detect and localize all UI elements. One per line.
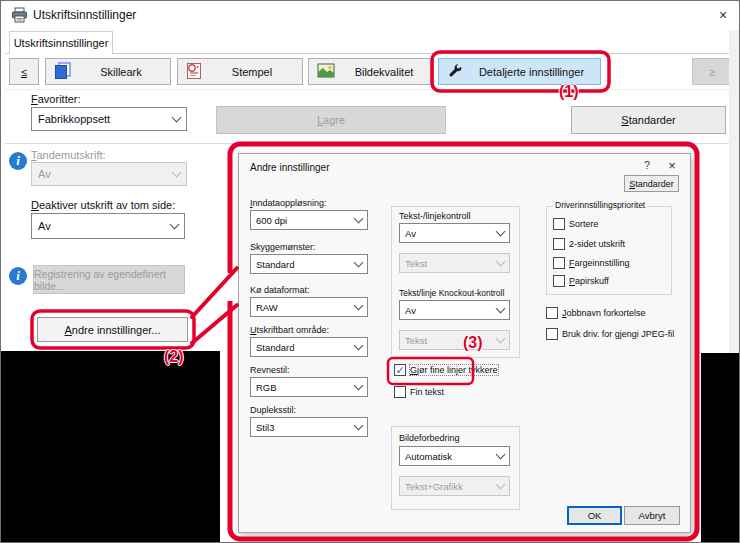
text-control-label: Tekst-/linjekontroll [399,211,471,221]
toolbar-button-label: Detaljerte innstillinger [471,66,592,78]
checkbox-unchecked[interactable] [553,275,565,287]
info-icon: i [9,152,27,170]
chevron-down-icon [354,214,364,224]
two-sided-checkbox[interactable]: 2-sidet utskrift [553,238,625,250]
chevron-down-icon [496,450,506,460]
window-close-button[interactable]: × [711,4,735,25]
toolbar-button-stempel[interactable]: Stempel [177,58,303,85]
save-button[interactable]: Lagre [216,106,446,134]
shade-pattern-combo[interactable]: Standard [250,254,368,274]
stamp-icon [186,62,202,82]
tandem-label: Tandemutskrift: [31,149,106,161]
checkbox-unchecked[interactable] [546,307,558,319]
combo-value: Standard [256,342,295,353]
divider-pages-icon [54,62,72,81]
toolbar-button-skilleark[interactable]: Skilleark [45,58,171,85]
toolbar-button-bildekvalitet[interactable]: Bildekvalitet [308,58,434,85]
color-setting-checkbox[interactable]: Fargeinnstilling [553,257,630,269]
fine-text-checkbox[interactable]: Fin tekst [394,386,444,398]
chevron-down-icon [496,304,506,314]
checkbox-unchecked[interactable] [553,257,565,269]
printable-area-combo[interactable]: Standard [250,337,368,357]
callout-gap [227,273,238,301]
blank-page-combo[interactable]: Av [31,213,185,239]
toolbar-prev-button[interactable]: ≤ [9,58,39,85]
screen-mask-right [701,353,740,543]
defaults-button-main[interactable]: Standarder [571,106,726,134]
field-label: Revnestil: [250,365,290,375]
toolbar-button-detaljerte-innstillinger[interactable]: Detaljerte innstillinger [438,58,601,85]
chevron-down-icon [172,168,182,178]
paper-tray-checkbox[interactable]: Papirskuff [553,275,609,287]
combo-value: Standard [256,259,295,270]
image-enhancement-sub-combo[interactable]: Tekst+Grafikk [399,476,510,496]
input-resolution-combo[interactable]: 600 dpi [250,210,368,230]
dialog-close-button[interactable]: × [663,158,681,175]
chevron-down-icon [172,113,182,123]
separator [5,89,737,90]
duplex-style-combo[interactable]: Stil3 [250,417,368,437]
combo-value: Av [38,220,51,232]
chevron-down-icon [496,334,506,344]
favorites-combo[interactable]: Fabrikkoppsett [31,107,187,131]
knockout-sub-combo[interactable]: Tekst [399,330,510,350]
chevron-down-icon [354,421,364,431]
text-control-sub-combo[interactable]: Tekst [399,253,510,273]
other-settings-button[interactable]: Andre innstillinger... [37,317,188,342]
checkbox-unchecked[interactable] [553,218,565,230]
checkbox-unchecked[interactable] [394,386,406,398]
field-label: Inndataoppløsning: [250,198,327,208]
window-title: Utskriftsinnstillinger [33,8,136,22]
chevron-down-icon [354,341,364,351]
dialog-help-button[interactable]: ? [639,159,655,175]
sort-checkbox[interactable]: Sortere [553,218,599,230]
field-label: Skyggemønster: [250,242,316,252]
combo-value: RAW [256,302,278,313]
info-icon: i [9,267,27,285]
field-label: Dupleksstil: [250,405,296,415]
chevron-down-icon [496,480,506,490]
thicken-fine-lines-checkbox[interactable]: ✓ Gjør fine linjer tykkere [394,364,498,376]
job-name-checkbox[interactable]: Jobbnavn forkortelse [546,307,646,319]
chevron-down-icon [354,381,364,391]
chevron-down-icon [354,301,364,311]
cancel-button[interactable]: Avbryt [624,506,680,525]
screen-mask-left [1,351,220,543]
toolbar-next-button[interactable]: ≥ [692,58,732,85]
tabstrip-line [5,53,733,54]
text-control-combo[interactable]: Av [399,223,510,243]
combo-value: Stil3 [256,422,274,433]
toolbar-button-label: Stempel [210,66,294,78]
checkbox-label: Fargeinnstilling [569,258,630,268]
tab-print-settings[interactable]: Utskriftsinnstillinger [9,31,113,54]
checkbox-label: Sortere [569,219,599,229]
checkbox-checked[interactable]: ✓ [394,364,406,376]
ok-button[interactable]: OK [567,506,622,525]
image-enhancement-combo[interactable]: Automatisk [399,446,510,466]
wrench-icon [447,63,463,81]
combo-value: Fabrikkoppsett [38,113,110,125]
knockout-combo[interactable]: Av [399,300,510,320]
checkbox-unchecked[interactable] [553,238,565,250]
rip-style-combo[interactable]: RGB [250,377,368,397]
print-settings-window: Utskriftsinnstillinger × Utskriftsinnsti… [0,0,740,543]
jpeg-driver-checkbox[interactable]: Bruk driv. for gjengi JPEG-fil [546,328,674,340]
field-label: Kø dataformat: [250,285,310,295]
checkbox-unchecked[interactable] [546,328,558,340]
knockout-label: Tekst/linje Knockout-kontroll [399,288,504,298]
checkbox-label: Gjør fine linjer tykkere [410,365,498,375]
toolbar-button-label: Skilleark [80,66,162,78]
dialog-defaults-button[interactable]: Standarder [624,175,679,192]
chevron-down-icon [354,258,364,268]
priority-group-label: Driverinnstillingsprioritet [553,200,647,210]
tandem-combo[interactable]: Av [31,162,187,186]
dialog-title: Andre innstillinger [250,162,330,173]
custom-image-button[interactable]: Registrering av egendefinert bilde... [33,265,185,294]
combo-value: Tekst [405,258,427,269]
separator [5,143,737,144]
favorites-label: Favoritter: [31,93,81,105]
field-label: Utskriftbart område: [250,325,329,335]
combo-value: Av [405,228,416,239]
spool-format-combo[interactable]: RAW [250,297,368,317]
annotation-step-3: (3) [463,334,483,352]
